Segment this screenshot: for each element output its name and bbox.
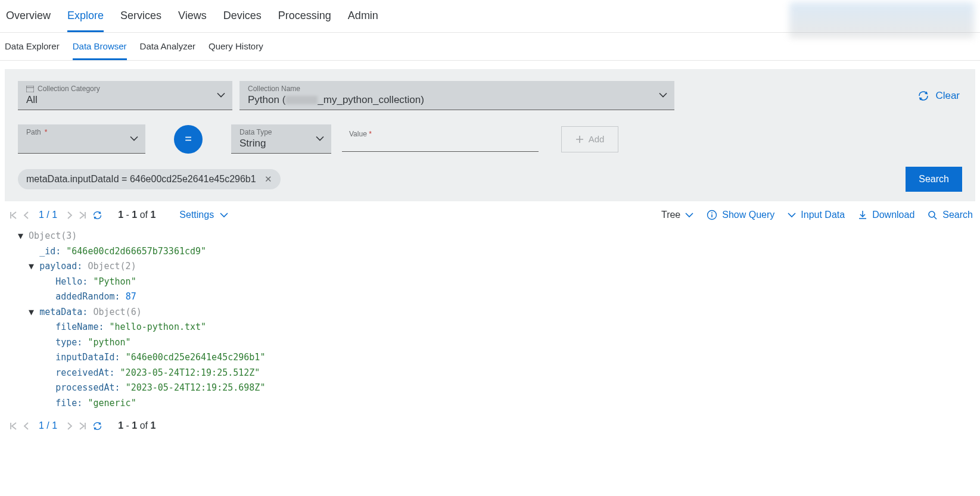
search-button-label: Search (919, 174, 949, 184)
tab-views[interactable]: Views (178, 10, 207, 32)
pager-last-icon[interactable] (79, 422, 86, 430)
json-value: "2023-05-24T12:19:25.698Z" (126, 382, 266, 393)
data-type-value: String (239, 138, 324, 149)
operator-button[interactable]: = (174, 125, 203, 154)
json-key: payload: (39, 261, 82, 272)
object-type: Object(2) (88, 261, 136, 272)
json-value: "python" (88, 337, 130, 348)
json-value: "hello-python.txt" (110, 322, 207, 332)
object-type: Object(3) (29, 230, 77, 241)
tab-explore[interactable]: Explore (67, 10, 104, 32)
settings-button[interactable]: Settings (179, 210, 228, 220)
subtab-data-analyzer[interactable]: Data Analyzer (140, 41, 195, 60)
pager-next-icon[interactable] (67, 422, 73, 430)
operator-label: = (185, 132, 192, 146)
collection-name-label: Collection Name (248, 85, 300, 93)
refresh-button[interactable] (92, 210, 102, 220)
json-value: "generic" (88, 398, 136, 408)
category-icon (26, 86, 34, 92)
pager-last-icon[interactable] (79, 211, 86, 219)
svg-rect-0 (26, 86, 34, 92)
search-results-button[interactable]: Search (928, 210, 973, 220)
tab-processing[interactable]: Processing (278, 10, 331, 32)
pager-prev-icon[interactable] (23, 422, 29, 430)
filter-chip[interactable]: metaData.inputDataId = 646e00cd25e2641e4… (18, 169, 281, 189)
tab-devices[interactable]: Devices (223, 10, 262, 32)
pager: 1 / 1 (10, 210, 102, 220)
search-button[interactable]: Search (906, 167, 962, 192)
pager-first-icon[interactable] (10, 422, 17, 430)
tab-admin[interactable]: Admin (348, 10, 378, 32)
path-label: Path (26, 128, 41, 136)
json-value: "2023-05-24T12:19:25.512Z" (120, 367, 260, 378)
collection-name-value: Python (_my_python_collection) (248, 94, 667, 106)
pager-next-icon[interactable] (67, 211, 73, 219)
json-key: file: (55, 398, 82, 408)
collection-category-label: Collection Category (38, 85, 100, 93)
subtab-data-explorer[interactable]: Data Explorer (5, 41, 60, 60)
data-type-label: Data Type (239, 128, 272, 136)
collection-category-value: All (26, 94, 225, 106)
json-key: fileName: (55, 322, 104, 332)
json-key: addedRandom: (55, 291, 120, 302)
subtab-data-browser[interactable]: Data Browser (73, 41, 127, 60)
json-key: metaData: (39, 307, 88, 317)
json-value: "646e00cd25e2641e45c296b1" (126, 352, 266, 363)
json-key: _id: (39, 246, 61, 257)
header-user-area-blur (789, 2, 974, 38)
pager-prev-icon[interactable] (23, 211, 29, 219)
tab-services[interactable]: Services (120, 10, 161, 32)
redacted-text (285, 96, 318, 104)
show-query-button[interactable]: Show Query (707, 210, 774, 220)
tree-toggle[interactable]: ▼ (29, 261, 39, 272)
show-query-label: Show Query (722, 210, 774, 220)
data-type-select[interactable]: Data Type String (231, 124, 331, 154)
pager-first-icon[interactable] (10, 211, 17, 219)
chevron-down-icon (788, 213, 796, 218)
refresh-button[interactable] (92, 421, 102, 431)
subtab-query-history[interactable]: Query History (209, 41, 263, 60)
json-key: type: (55, 337, 82, 348)
download-icon (858, 210, 867, 220)
svg-line-6 (934, 217, 937, 219)
pager-page: 1 / 1 (39, 210, 57, 220)
tree-toggle[interactable]: ▼ (29, 307, 39, 317)
pager-page: 1 / 1 (39, 420, 57, 431)
collection-name-select[interactable]: Collection Name Python (_my_python_colle… (239, 81, 674, 110)
json-value: "Python" (93, 276, 136, 287)
input-data-button[interactable]: Input Data (788, 210, 845, 220)
download-button[interactable]: Download (858, 210, 914, 220)
add-label: Add (589, 134, 605, 144)
view-mode-tree[interactable]: Tree (661, 210, 693, 220)
result-toolbar: 1 / 1 1 - 1 of 1 Settings Tree Show Quer… (0, 201, 980, 226)
json-key: inputDataId: (55, 352, 120, 363)
query-panel: Collection Category All Collection Name … (5, 69, 975, 201)
footer-pager: 1 / 1 1 - 1 of 1 (0, 417, 980, 437)
chevron-down-icon (217, 93, 225, 98)
collection-category-select[interactable]: Collection Category All (18, 81, 232, 110)
json-value: 87 (126, 291, 136, 302)
settings-label: Settings (179, 210, 214, 220)
chip-remove-icon[interactable]: ✕ (265, 174, 272, 185)
tab-overview[interactable]: Overview (6, 10, 51, 32)
result-count: 1 - 1 of 1 (118, 420, 155, 431)
path-select[interactable]: Path * (18, 124, 145, 154)
refresh-icon (917, 90, 929, 102)
json-key: Hello: (55, 276, 88, 287)
tree-label: Tree (661, 210, 680, 220)
chevron-down-icon (316, 136, 324, 142)
input-data-label: Input Data (801, 210, 845, 220)
chevron-down-icon (220, 213, 228, 218)
search-results-label: Search (942, 210, 973, 220)
download-label: Download (872, 210, 914, 220)
clear-label: Clear (935, 90, 960, 102)
svg-point-5 (929, 211, 935, 217)
clear-button[interactable]: Clear (917, 81, 962, 110)
value-input[interactable]: Value * (342, 126, 539, 152)
tree-toggle[interactable]: ▼ (18, 230, 29, 241)
add-button[interactable]: Add (561, 126, 618, 152)
object-type: Object(6) (93, 307, 141, 317)
plus-icon (575, 135, 584, 144)
svg-point-3 (711, 213, 713, 214)
chevron-down-icon (685, 213, 693, 218)
